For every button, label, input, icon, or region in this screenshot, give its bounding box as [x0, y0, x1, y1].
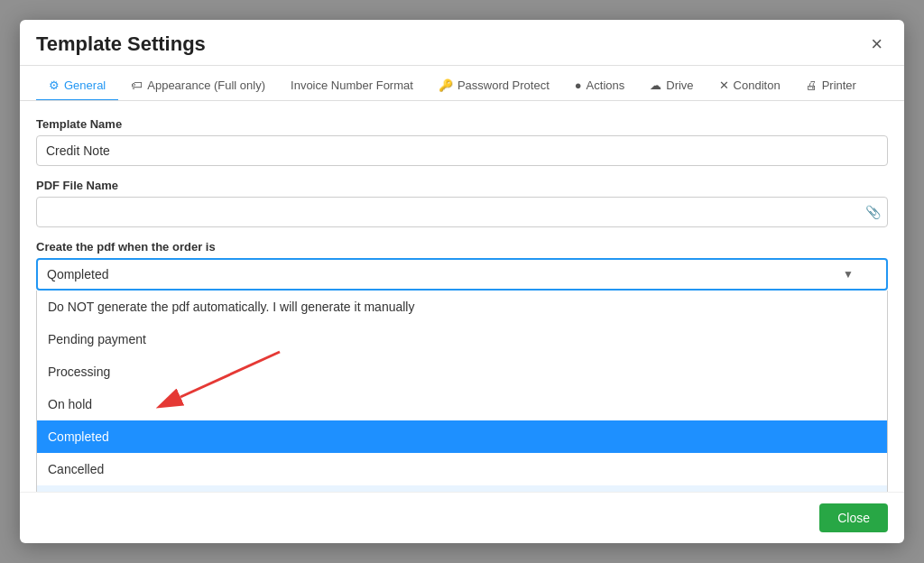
pdf-attachment-icon-button[interactable]: 📎 — [865, 205, 881, 219]
appearance-tab-label: Appearance (Full only) — [147, 78, 265, 92]
dropdown-scroll-area[interactable]: Do NOT generate the pdf automatically. I… — [37, 291, 887, 492]
dropdown-item-manual[interactable]: Do NOT generate the pdf automatically. I… — [37, 291, 887, 323]
attachment-icon: 📎 — [865, 205, 881, 219]
dropdown-item-processing[interactable]: Processing — [37, 355, 887, 388]
order-status-select[interactable]: Qompleted ▼ — [36, 258, 888, 291]
tab-condition[interactable]: ✕Conditon — [707, 71, 793, 101]
printer-tab-icon: 🖨 — [806, 78, 818, 92]
dropdown-item-refunded[interactable]: Refunded — [37, 485, 887, 492]
invoice_number-tab-label: Invoice Number Format — [291, 78, 413, 92]
tab-invoice_number[interactable]: Invoice Number Format — [278, 71, 426, 101]
tab-drive[interactable]: ☁Drive — [637, 71, 706, 101]
modal-close-button[interactable]: × — [865, 32, 888, 56]
template-settings-modal: Template Settings × ⚙General🏷Appearance … — [20, 20, 904, 543]
chevron-down-icon: ▼ — [843, 268, 854, 281]
dropdown-item-completed[interactable]: Completed — [37, 420, 887, 453]
tab-password_protect[interactable]: 🔑Password Protect — [426, 71, 562, 101]
template-name-label: Template Name — [36, 117, 888, 131]
modal-title: Template Settings — [36, 32, 206, 56]
tab-general[interactable]: ⚙General — [36, 71, 118, 101]
tab-printer[interactable]: 🖨Printer — [793, 71, 869, 101]
password_protect-tab-icon: 🔑 — [439, 78, 453, 92]
appearance-tab-icon: 🏷 — [131, 78, 143, 92]
drive-tab-icon: ☁ — [650, 78, 661, 92]
tab-actions[interactable]: ●Actions — [562, 71, 638, 101]
modal-footer: Close — [20, 492, 904, 543]
order-status-select-wrapper: Qompleted ▼ Do NOT generate the pdf auto… — [36, 258, 888, 492]
password_protect-tab-label: Password Protect — [457, 78, 550, 92]
pdf-file-name-label: PDF File Name — [36, 179, 888, 192]
condition-tab-icon: ✕ — [719, 78, 729, 92]
template-name-group: Template Name — [36, 117, 888, 166]
order-status-group: Create the pdf when the order is Qomplet… — [36, 240, 888, 492]
modal-body: Template Name PDF File Name 📎 Create the… — [20, 101, 904, 492]
close-button[interactable]: Close — [819, 503, 888, 532]
pdf-file-name-input[interactable] — [36, 197, 888, 227]
pdf-file-name-wrapper: 📎 — [36, 197, 888, 227]
general-tab-label: General — [64, 78, 106, 92]
modal-header: Template Settings × — [20, 20, 904, 66]
printer-tab-label: Printer — [822, 78, 856, 92]
condition-tab-label: Conditon — [734, 78, 781, 92]
dropdown-item-pending[interactable]: Pending payment — [37, 323, 887, 355]
order-status-label: Create the pdf when the order is — [36, 240, 888, 254]
actions-tab-label: Actions — [587, 78, 625, 92]
dropdown-list: Do NOT generate the pdf automatically. I… — [36, 291, 888, 492]
tab-appearance[interactable]: 🏷Appearance (Full only) — [118, 71, 278, 101]
select-current-value: Qompleted — [47, 267, 108, 282]
tab-bar: ⚙General🏷Appearance (Full only)Invoice N… — [20, 66, 904, 101]
general-tab-icon: ⚙ — [49, 78, 60, 92]
pdf-file-name-group: PDF File Name 📎 — [36, 179, 888, 227]
drive-tab-label: Drive — [666, 78, 693, 92]
template-name-input[interactable] — [36, 135, 888, 166]
dropdown-item-cancelled[interactable]: Cancelled — [37, 453, 887, 485]
actions-tab-icon: ● — [575, 78, 582, 92]
dropdown-item-on_hold[interactable]: On hold — [37, 388, 887, 420]
